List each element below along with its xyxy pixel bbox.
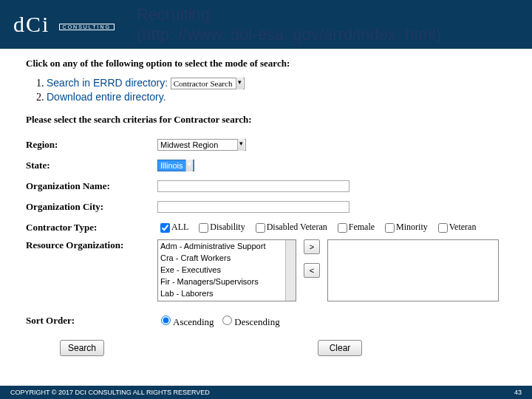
search-button[interactable]: Search: [60, 340, 104, 356]
move-left-button[interactable]: <: [304, 263, 320, 278]
slide-header: dCi CONSULTING Recruiting (http: //www. …: [0, 0, 532, 49]
slide-title: Recruiting (http: //www. dol-esa. gov/er…: [137, 4, 441, 45]
org-name-label: Organization Name:: [26, 180, 157, 192]
cb-all[interactable]: [160, 223, 170, 233]
cb-disabled-veteran-label: Disabled Veteran: [253, 221, 327, 235]
region-value: Midwest Region: [160, 140, 218, 149]
cb-disabled-veteran[interactable]: [256, 223, 265, 233]
slide-footer: COPYRIGHT © 2017 DCI CONSULTING ALL RIGH…: [0, 386, 532, 399]
contractor-type-label: Contractor Type:: [26, 222, 157, 233]
state-label: State:: [26, 160, 157, 171]
move-right-button[interactable]: >: [304, 239, 320, 254]
cb-disability-label: Disability: [196, 221, 245, 235]
step-1: Search in ERRD directory: Contractor Sea…: [47, 77, 517, 89]
region-select[interactable]: Midwest Region: [157, 139, 246, 151]
mode-heading: Click on any of the following option to …: [26, 58, 517, 69]
list-item[interactable]: Lab - Laborers: [158, 287, 296, 299]
resource-org-label: Resource Organization:: [26, 239, 157, 251]
cb-veteran[interactable]: [438, 223, 448, 233]
list-item[interactable]: Fir - Managers/Supervisors: [158, 276, 296, 287]
listbox-scrollbar[interactable]: [285, 240, 296, 301]
transfer-buttons: > <: [304, 239, 320, 278]
cb-all-label: ALL: [157, 221, 188, 235]
step-2: Download entire directory.: [47, 91, 517, 103]
step-2-label[interactable]: Download entire directory.: [47, 91, 166, 103]
org-city-label: Organization City:: [26, 201, 157, 213]
cb-female-label: Female: [335, 221, 375, 235]
org-city-input[interactable]: [157, 201, 349, 213]
radio-desc[interactable]: [222, 316, 232, 325]
list-item[interactable]: Exe - Executives: [158, 264, 296, 276]
state-select[interactable]: Illinois: [157, 160, 194, 171]
dci-logo: dCi CONSULTING: [13, 12, 115, 37]
resource-options-listbox[interactable]: Adm - Administrative Support Cra - Craft…: [157, 239, 296, 301]
logo-main: dCi: [13, 12, 50, 36]
cb-minority[interactable]: [385, 223, 395, 233]
page-number: 43: [514, 389, 522, 396]
list-item[interactable]: Adm - Administrative Support: [158, 240, 296, 252]
resource-selected-listbox[interactable]: [327, 239, 499, 301]
title-line-1: Recruiting: [137, 4, 441, 25]
radio-asc[interactable]: [161, 316, 171, 325]
sort-order-label: Sort Order:: [26, 315, 157, 327]
form-content: Click on any of the following option to …: [26, 58, 517, 356]
directory-search-value: Contractor Search: [174, 79, 233, 88]
directory-search-select[interactable]: Contractor Search: [171, 78, 245, 89]
org-name-input[interactable]: [157, 180, 349, 192]
cb-minority-label: Minority: [382, 221, 428, 235]
title-line-2: (http: //www. dol-esa. gov/errd/index. h…: [137, 24, 441, 45]
radio-desc-label: Descending: [219, 313, 279, 328]
clear-button[interactable]: Clear: [318, 340, 362, 356]
cb-disability[interactable]: [199, 223, 208, 233]
region-label: Region:: [26, 139, 157, 151]
state-value: Illinois: [160, 161, 183, 170]
cb-female[interactable]: [338, 223, 347, 233]
list-item[interactable]: Cra - Craft Workers: [158, 252, 296, 264]
cb-veteran-label: Veteran: [435, 221, 477, 235]
criteria-heading: Please select the search criterias for C…: [26, 114, 517, 126]
copyright-text: COPYRIGHT © 2017 DCI CONSULTING ALL RIGH…: [10, 389, 210, 396]
logo-sub: CONSULTING: [59, 24, 115, 30]
step-1-label: Search in ERRD directory:: [47, 77, 168, 89]
radio-asc-label: Ascending: [157, 313, 214, 328]
search-mode-steps: Search in ERRD directory: Contractor Sea…: [26, 77, 517, 103]
